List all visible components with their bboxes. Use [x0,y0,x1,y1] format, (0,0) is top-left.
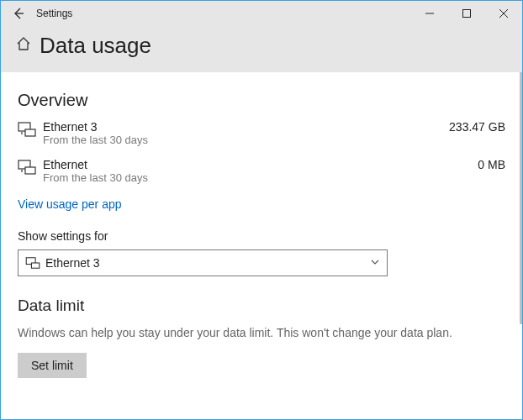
show-settings-for-label: Show settings for [18,229,505,243]
arrow-left-icon [13,8,24,19]
chevron-down-icon [370,257,380,270]
network-usage-value: 0 MB [413,158,505,171]
dropdown-selected-value: Ethernet 3 [42,256,370,270]
network-row: Ethernet From the last 30 days 0 MB [18,158,505,184]
ethernet-icon [25,257,42,269]
titlebar: Settings [1,1,522,26]
show-settings-for-dropdown[interactable]: Ethernet 3 [18,249,388,276]
network-usage-value: 233.47 GB [413,120,505,134]
minimize-icon [425,9,434,18]
home-icon[interactable] [16,36,31,55]
network-name: Ethernet [43,158,413,171]
network-subtitle: From the last 30 days [43,134,413,146]
minimize-button[interactable] [411,1,448,26]
settings-window: Settings Data usage Overview [0,0,523,420]
window-title: Settings [36,8,72,19]
data-limit-heading: Data limit [18,297,505,315]
window-controls [411,1,522,26]
overview-heading: Overview [18,91,505,110]
network-name: Ethernet 3 [43,120,413,134]
close-button[interactable] [485,1,522,26]
scroll-thumb[interactable] [520,72,522,324]
vertical-scrollbar[interactable] [519,72,522,419]
content-area: Overview Ethernet 3 From the last 30 day… [1,72,522,419]
content: Overview Ethernet 3 From the last 30 day… [1,72,522,419]
ethernet-icon [18,120,43,140]
close-icon [499,9,508,18]
maximize-button[interactable] [448,1,485,26]
network-info: Ethernet From the last 30 days [43,158,413,184]
network-info: Ethernet 3 From the last 30 days [43,120,413,146]
page-title: Data usage [40,33,151,59]
network-subtitle: From the last 30 days [43,171,413,184]
set-limit-button[interactable]: Set limit [18,353,87,378]
svg-rect-8 [25,167,35,174]
svg-rect-5 [25,129,35,136]
data-limit-description: Windows can help you stay under your dat… [18,325,455,341]
svg-rect-1 [463,10,471,18]
maximize-icon [462,9,471,18]
view-usage-per-app-link[interactable]: View usage per app [18,197,122,211]
svg-rect-11 [31,263,39,268]
back-button[interactable] [6,1,31,26]
page-header: Data usage [1,26,522,72]
ethernet-icon [18,158,43,178]
network-row: Ethernet 3 From the last 30 days 233.47 … [18,120,505,146]
